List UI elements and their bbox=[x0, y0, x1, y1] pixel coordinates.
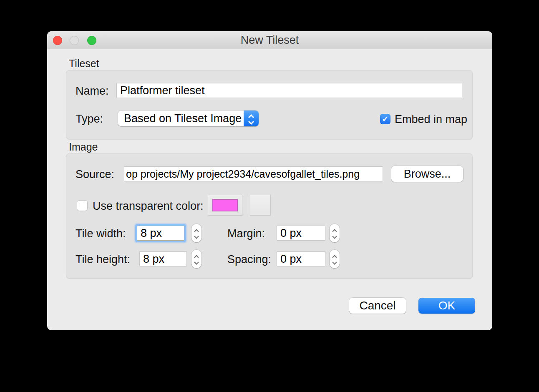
color-picker-button[interactable] bbox=[250, 195, 271, 216]
stepper-up-icon[interactable] bbox=[332, 255, 337, 259]
stepper-up-icon[interactable] bbox=[194, 229, 199, 234]
tile-height-label: Tile height: bbox=[76, 253, 130, 266]
browse-button[interactable]: Browse... bbox=[391, 166, 463, 182]
tile-width-stepper[interactable] bbox=[191, 224, 201, 242]
tile-width-input[interactable] bbox=[137, 226, 184, 241]
type-label: Type: bbox=[76, 113, 103, 125]
close-button-icon[interactable] bbox=[53, 36, 62, 45]
chevron-up-down-icon bbox=[244, 111, 259, 126]
window-title: New Tileset bbox=[241, 34, 299, 47]
source-label: Source: bbox=[76, 168, 114, 181]
stepper-down-icon[interactable] bbox=[332, 234, 337, 239]
image-section-label: Image bbox=[69, 141, 98, 153]
tile-height-input[interactable] bbox=[139, 251, 187, 266]
spacing-stepper[interactable] bbox=[330, 250, 340, 268]
new-tileset-dialog: New Tileset Tileset Name: Type: Based on… bbox=[47, 31, 492, 330]
tile-width-label: Tile width: bbox=[76, 227, 126, 240]
minimize-button-icon[interactable] bbox=[70, 36, 79, 45]
margin-label: Margin: bbox=[227, 227, 265, 240]
tileset-section-label: Tileset bbox=[69, 58, 99, 70]
tile-height-stepper[interactable] bbox=[191, 250, 201, 268]
check-icon: ✓ bbox=[382, 114, 389, 124]
tileset-groupbox bbox=[66, 70, 473, 139]
margin-input[interactable] bbox=[277, 226, 325, 241]
use-transparent-color-label[interactable]: Use transparent color: bbox=[93, 200, 204, 212]
titlebar[interactable]: New Tileset bbox=[47, 31, 492, 49]
stepper-up-icon[interactable] bbox=[332, 229, 337, 234]
name-label: Name: bbox=[76, 85, 109, 97]
margin-stepper[interactable] bbox=[330, 224, 340, 242]
type-dropdown[interactable]: Based on Tileset Image bbox=[118, 111, 259, 126]
zoom-button-icon[interactable] bbox=[87, 36, 96, 45]
stepper-down-icon[interactable] bbox=[332, 260, 337, 264]
transparent-color-well[interactable] bbox=[208, 195, 242, 216]
embed-in-map-label[interactable]: Embed in map bbox=[395, 113, 467, 126]
name-input[interactable] bbox=[116, 83, 462, 98]
cancel-button[interactable]: Cancel bbox=[349, 298, 406, 314]
spacing-input[interactable] bbox=[277, 251, 325, 266]
stepper-up-icon[interactable] bbox=[194, 255, 199, 259]
type-dropdown-value: Based on Tileset Image bbox=[118, 112, 242, 125]
use-transparent-color-checkbox[interactable] bbox=[77, 200, 88, 211]
transparent-color-swatch bbox=[212, 199, 238, 211]
ok-button[interactable]: OK bbox=[418, 298, 475, 314]
stepper-down-icon[interactable] bbox=[194, 234, 199, 239]
spacing-label: Spacing: bbox=[227, 253, 271, 266]
source-input[interactable] bbox=[124, 166, 383, 181]
embed-in-map-checkbox[interactable]: ✓ bbox=[380, 114, 390, 124]
stepper-down-icon[interactable] bbox=[194, 260, 199, 264]
